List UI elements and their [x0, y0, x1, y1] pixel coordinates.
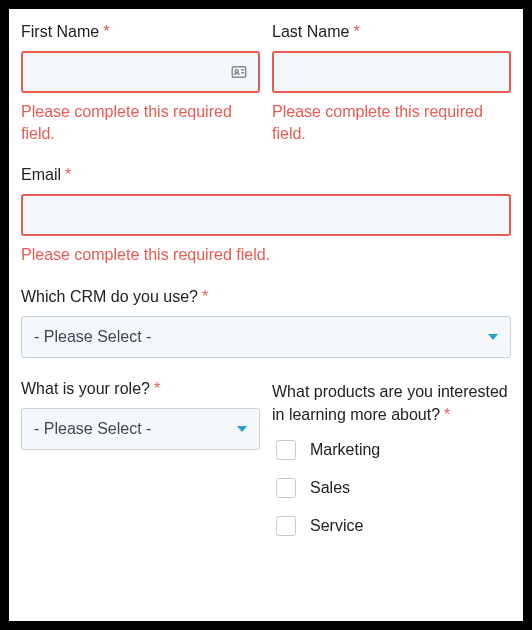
- product-option-label: Service: [310, 517, 363, 535]
- first-name-label-text: First Name: [21, 23, 99, 40]
- first-name-input[interactable]: [21, 51, 260, 93]
- role-label: What is your role?*: [21, 380, 260, 398]
- checkbox-icon: [276, 516, 296, 536]
- chevron-down-icon: [237, 426, 247, 432]
- crm-group: Which CRM do you use?* - Please Select -: [21, 288, 511, 358]
- form-container: First Name* Please complete this require…: [9, 9, 523, 621]
- required-mark: *: [202, 288, 208, 305]
- email-group: Email* Please complete this required fie…: [21, 166, 511, 266]
- svg-point-1: [235, 70, 238, 73]
- chevron-down-icon: [488, 334, 498, 340]
- email-label: Email*: [21, 166, 511, 184]
- last-name-input[interactable]: [272, 51, 511, 93]
- role-select[interactable]: - Please Select -: [21, 408, 260, 450]
- product-option-label: Marketing: [310, 441, 380, 459]
- crm-label-text: Which CRM do you use?: [21, 288, 198, 305]
- crm-select[interactable]: - Please Select -: [21, 316, 511, 358]
- crm-selected-value: - Please Select -: [34, 328, 151, 346]
- first-name-label: First Name*: [21, 23, 260, 41]
- products-group: What products are you interested in lear…: [272, 380, 511, 536]
- products-label: What products are you interested in lear…: [272, 380, 511, 426]
- products-label-text: What products are you interested in lear…: [272, 383, 508, 423]
- last-name-label: Last Name*: [272, 23, 511, 41]
- checkbox-icon: [276, 440, 296, 460]
- email-input[interactable]: [21, 194, 511, 236]
- required-mark: *: [444, 406, 450, 423]
- required-mark: *: [353, 23, 359, 40]
- last-name-label-text: Last Name: [272, 23, 349, 40]
- email-error: Please complete this required field.: [21, 244, 511, 266]
- products-options: Marketing Sales Service: [272, 440, 511, 536]
- first-name-error: Please complete this required field.: [21, 101, 260, 144]
- role-selected-value: - Please Select -: [34, 420, 151, 438]
- last-name-error: Please complete this required field.: [272, 101, 511, 144]
- product-option-service[interactable]: Service: [276, 516, 511, 536]
- product-option-label: Sales: [310, 479, 350, 497]
- first-name-group: First Name* Please complete this require…: [21, 23, 260, 144]
- product-option-marketing[interactable]: Marketing: [276, 440, 511, 460]
- role-label-text: What is your role?: [21, 380, 150, 397]
- required-mark: *: [103, 23, 109, 40]
- required-mark: *: [154, 380, 160, 397]
- required-mark: *: [65, 166, 71, 183]
- checkbox-icon: [276, 478, 296, 498]
- role-group: What is your role?* - Please Select -: [21, 380, 260, 536]
- contact-card-icon: [230, 63, 248, 81]
- crm-label: Which CRM do you use?*: [21, 288, 511, 306]
- product-option-sales[interactable]: Sales: [276, 478, 511, 498]
- email-label-text: Email: [21, 166, 61, 183]
- last-name-group: Last Name* Please complete this required…: [272, 23, 511, 144]
